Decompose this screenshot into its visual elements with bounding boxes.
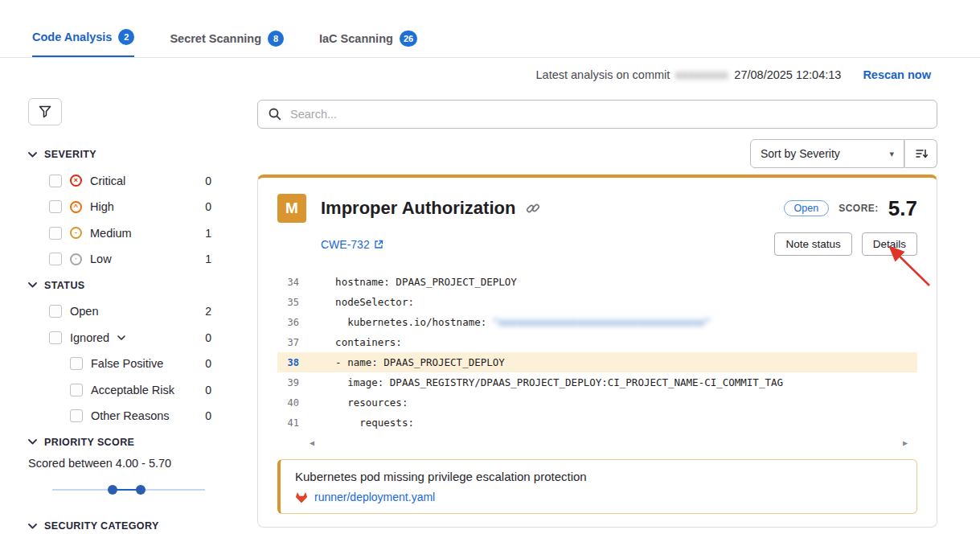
severity-section-header[interactable]: SEVERITY (28, 142, 215, 168)
score-value: 5.7 (888, 196, 917, 221)
line-content: resources: (311, 396, 408, 409)
filter-label: High (90, 200, 114, 213)
open-checkbox[interactable] (49, 305, 62, 318)
line-content: nodeSelector: (311, 296, 414, 308)
details-button[interactable]: Details (862, 232, 917, 256)
tab-count-badge: 8 (268, 31, 284, 47)
gitlab-tanuki-icon (295, 491, 308, 503)
sort-direction-button[interactable] (904, 139, 937, 168)
chevron-down-icon (28, 152, 37, 158)
filter-count: 0 (205, 175, 215, 187)
analysis-prefix: Latest analysis on commit (536, 68, 670, 81)
caret-down-icon: ▾ (889, 149, 894, 159)
filter-label: Acceptable Risk (91, 384, 174, 396)
filters-list: SEVERITY × Critical 0 ^ High 0 - Medium … (28, 142, 215, 534)
code-line: 36 kubernetes.io/hostname: "xxxxxxxxxxxx… (277, 312, 917, 332)
permalink-icon[interactable] (526, 201, 540, 216)
filter-count: 2 (205, 305, 215, 318)
tab-code-analysis[interactable]: Code Analysis 2 (32, 29, 134, 58)
line-number: 37 (277, 337, 311, 348)
section-title: SECURITY CATEGORY (44, 520, 159, 532)
tab-count-badge: 26 (400, 31, 417, 47)
rescan-now-link[interactable]: Rescan now (863, 68, 931, 81)
filter-label: Other Reasons (91, 409, 170, 422)
finding-card: M Improper Authorization Open SCORE: 5.7 (257, 175, 937, 528)
code-line: 41 requests: (277, 413, 917, 433)
filter-row-medium: - Medium 1 (28, 220, 215, 247)
scroll-right-arrow[interactable]: ▶ (903, 438, 908, 447)
latest-analysis-bar: Latest analysis on commit xxxxxxxx 27/08… (536, 68, 931, 81)
security-category-section-header[interactable]: SECURITY CATEGORY (28, 513, 215, 534)
code-line: 37 containers: (277, 332, 917, 352)
filter-row-critical: × Critical 0 (28, 168, 215, 195)
scroll-left-arrow[interactable]: ◀ (310, 438, 314, 447)
filter-count: 0 (205, 200, 215, 213)
status-pill: Open (784, 200, 830, 216)
section-title: STATUS (44, 280, 85, 291)
status-section-header[interactable]: STATUS (28, 273, 215, 299)
filters-sidebar: SEVERITY × Critical 0 ^ High 0 - Medium … (28, 98, 215, 534)
filter-row-ignored: Ignored 0 (28, 325, 215, 351)
section-title: SEVERITY (44, 149, 96, 160)
chevron-down-icon (28, 282, 37, 288)
cwe-label: CWE-732 (321, 238, 370, 251)
finding-title-row: Improper Authorization (321, 198, 540, 219)
filter-count: 0 (205, 331, 215, 344)
acceptable-risk-checkbox[interactable] (70, 384, 83, 396)
finding-file-row: runner/deployment.yaml (295, 491, 902, 503)
filter-count: 1 (205, 227, 215, 240)
chevron-down-icon (28, 524, 37, 529)
code-snippet: 34 hostname: DPAAS_PROJECT_DEPLOY 35 nod… (277, 272, 917, 448)
slider-handle-min[interactable] (108, 485, 117, 495)
severity-low-icon: · (70, 253, 82, 265)
sort-by-dropdown[interactable]: Sort by Severity ▾ (750, 139, 904, 168)
filter-button[interactable] (28, 98, 62, 125)
line-content: - name: DPAAS_PROJECT_DEPLOY (311, 356, 505, 368)
section-title: PRIORITY SCORE (44, 437, 134, 448)
high-checkbox[interactable] (49, 200, 62, 213)
search-input[interactable] (290, 108, 926, 121)
scan-tabs: Code Analysis 2 Secret Scanning 8 IaC Sc… (32, 29, 417, 58)
tab-label: IaC Scanning (319, 32, 393, 45)
finding-subheader-row: CWE-732 Note status Details (277, 232, 917, 256)
filter-count: 0 (205, 357, 215, 370)
finding-summary-message: Kubernetes pod missing privilege escalat… (295, 470, 902, 483)
filter-row-other-reasons: Other Reasons 0 (28, 403, 215, 429)
sort-selected-value: Sort by Severity (761, 147, 840, 160)
filter-count: 1 (205, 253, 215, 265)
priority-score-section-header[interactable]: PRIORITY SCORE (28, 429, 215, 456)
finding-title: Improper Authorization (321, 198, 515, 219)
filter-row-acceptable-risk: Acceptable Risk 0 (28, 377, 215, 404)
tab-iac-scanning[interactable]: IaC Scanning 26 (319, 29, 417, 58)
code-line-highlighted: 38 - name: DPAAS_PROJECT_DEPLOY (277, 352, 917, 372)
sort-row: Sort by Severity ▾ (257, 139, 937, 168)
line-number: 39 (277, 377, 311, 388)
finding-actions: Note status Details (774, 232, 917, 256)
finding-header-right: Open SCORE: 5.7 (784, 196, 917, 221)
filter-label: Medium (90, 227, 132, 240)
medium-checkbox[interactable] (49, 227, 62, 240)
note-status-button[interactable]: Note status (774, 232, 851, 256)
filter-row-low: · Low 1 (28, 246, 215, 273)
line-number: 38 (277, 357, 311, 368)
code-horizontal-scrollbar: ◀ ▶ (277, 437, 917, 448)
line-content: containers: (311, 336, 402, 348)
priority-score-slider (52, 484, 205, 495)
search-icon (269, 108, 281, 121)
critical-checkbox[interactable] (49, 175, 62, 187)
severity-critical-icon: × (70, 175, 82, 187)
cwe-link[interactable]: CWE-732 (321, 238, 383, 251)
chevron-down-icon[interactable] (117, 335, 125, 340)
sort-descending-icon (915, 147, 928, 160)
false-positive-checkbox[interactable] (70, 357, 83, 370)
filter-label: Open (70, 305, 98, 318)
low-checkbox[interactable] (49, 253, 62, 265)
other-reasons-checkbox[interactable] (70, 409, 83, 422)
tab-secret-scanning[interactable]: Secret Scanning 8 (170, 29, 284, 58)
filter-label: Low (90, 253, 112, 265)
ignored-checkbox[interactable] (49, 331, 62, 344)
analysis-timestamp: 27/08/2025 12:04:13 (734, 68, 841, 81)
finding-file-link[interactable]: runner/deployment.yaml (314, 491, 435, 503)
filter-row-high: ^ High 0 (28, 194, 215, 220)
slider-handle-max[interactable] (136, 485, 146, 495)
